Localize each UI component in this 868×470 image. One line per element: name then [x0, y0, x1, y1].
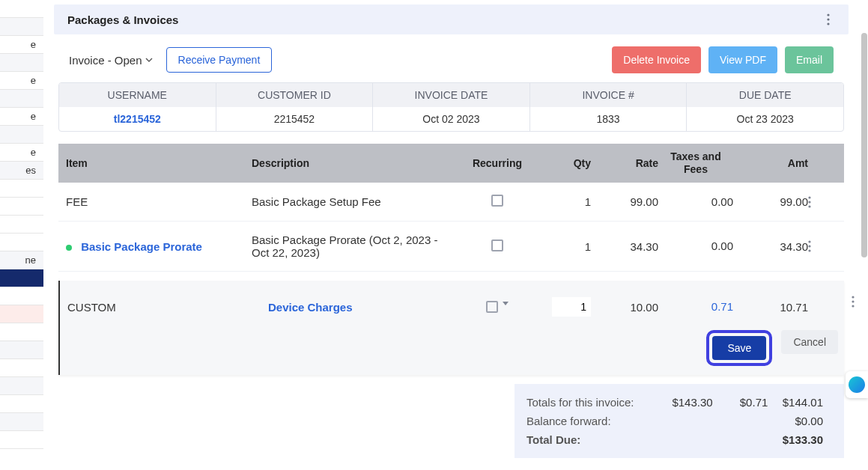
totals-label: Totals for this invoice: [526, 396, 664, 409]
caret-down-icon[interactable] [503, 302, 509, 306]
left-strip-row[interactable] [0, 377, 43, 395]
view-pdf-button[interactable]: View PDF [708, 46, 777, 73]
edit-row-menu-icon[interactable] [852, 296, 855, 308]
item-qty: 1 [538, 195, 591, 208]
left-strip-row[interactable] [0, 395, 43, 413]
col-qty: Qty [538, 157, 591, 169]
section-menu-icon[interactable] [822, 13, 835, 26]
balance-forward-value: $0.00 [676, 415, 823, 427]
svg-point-0 [827, 13, 829, 16]
item-desc: Basic Package Prorate (Oct 2, 2023 - Oct… [252, 234, 456, 259]
left-strip-row[interactable]: ne [0, 251, 43, 269]
svg-point-7 [808, 245, 810, 247]
svg-point-5 [808, 205, 810, 207]
edit-amt: 10.71 [733, 301, 808, 314]
left-strip-row[interactable] [0, 323, 43, 341]
recurring-checkbox[interactable] [491, 195, 503, 207]
svg-point-4 [808, 201, 810, 203]
left-strip-row[interactable] [0, 54, 43, 72]
scrollbar-thumb[interactable] [861, 33, 867, 257]
col-desc: Description [252, 157, 456, 169]
help-icon [849, 376, 865, 393]
left-strip-row[interactable] [0, 341, 43, 359]
svg-point-6 [808, 240, 810, 242]
svg-point-8 [808, 249, 810, 251]
recurring-checkbox[interactable] [491, 239, 503, 251]
left-strip-row[interactable] [0, 216, 43, 234]
left-strip-row[interactable] [0, 287, 43, 305]
item-amt: 99.00 [733, 195, 808, 208]
help-fab[interactable] [846, 371, 868, 398]
email-button[interactable]: Email [785, 46, 834, 73]
section-header-packages: Packages & Invoices [54, 4, 849, 34]
col-amt: Amt [733, 157, 808, 169]
left-strip-row[interactable] [0, 18, 43, 36]
left-strip-row[interactable] [0, 413, 43, 431]
qty-input[interactable] [552, 297, 591, 317]
edit-desc-link[interactable]: Device Charges [268, 301, 353, 314]
svg-point-11 [852, 305, 854, 307]
section-title: Packages & Invoices [67, 13, 178, 26]
item-rate: 34.30 [591, 240, 658, 253]
totals-subtotal: $143.30 [664, 396, 712, 409]
caret-down-icon [145, 56, 153, 64]
row-menu-icon[interactable] [808, 240, 838, 252]
left-strip-row[interactable] [0, 90, 43, 108]
left-strip-row[interactable]: e [0, 36, 43, 54]
col-taxes-fees: Taxes and Fees [658, 150, 733, 176]
delete-invoice-button[interactable]: Delete Invoice [612, 46, 701, 73]
svg-point-10 [852, 300, 854, 302]
receive-payment-button[interactable]: Receive Payment [166, 47, 273, 73]
cancel-button[interactable]: Cancel [781, 330, 838, 354]
main-panel: Packages & Invoices Invoice - Open Recei… [43, 0, 859, 470]
svg-point-2 [827, 22, 829, 25]
left-strip-row[interactable]: e [0, 144, 43, 162]
left-strip-row[interactable] [0, 359, 43, 377]
item-tf: 0.00 [658, 195, 733, 209]
left-strip-row[interactable] [0, 431, 43, 449]
invoice-num-value: 1833 [530, 107, 688, 131]
left-strip-row[interactable] [0, 180, 43, 198]
line-item-row: FEE Basic Package Setup Fee 1 99.00 0.00… [58, 183, 844, 222]
left-strip-row[interactable]: e [0, 72, 43, 90]
left-strip-row[interactable] [0, 305, 43, 323]
item-qty: 1 [538, 240, 591, 253]
due-date-value: Oct 23 2023 [687, 107, 843, 131]
col-invoice-num: INVOICE # [530, 83, 688, 107]
status-label: Invoice - Open [69, 54, 142, 67]
line-item-row: Basic Package Prorate Basic Package Pror… [58, 222, 844, 272]
item-desc: Basic Package Setup Fee [252, 195, 456, 208]
left-strip-row[interactable] [0, 0, 43, 18]
col-invoice-date: INVOICE DATE [373, 83, 530, 107]
edit-tax-link[interactable]: 0.71 [711, 300, 733, 313]
balance-forward-label: Balance forward: [526, 415, 676, 427]
col-username: USERNAME [59, 83, 216, 107]
left-strip-row[interactable] [0, 198, 43, 216]
line-items-header: Item Description Recurring Qty Rate Taxe… [58, 144, 844, 183]
username-link[interactable]: tl2215452 [114, 113, 161, 125]
col-customer-id: CUSTOMER ID [216, 83, 374, 107]
save-button[interactable]: Save [712, 336, 766, 360]
invoice-info-table: USERNAME CUSTOMER ID INVOICE DATE INVOIC… [58, 82, 844, 132]
left-strip-row[interactable] [0, 126, 43, 144]
svg-point-9 [852, 296, 854, 298]
invoice-toolbar: Invoice - Open Receive Payment Delete In… [54, 34, 849, 82]
col-due-date: DUE DATE [687, 83, 843, 107]
col-item: Item [64, 157, 252, 169]
edit-rate: 10.00 [591, 301, 658, 314]
left-strip-row[interactable] [0, 269, 43, 287]
item-rate: 99.00 [591, 195, 658, 208]
left-strip-row[interactable]: e [0, 108, 43, 126]
edit-recurring-checkbox[interactable] [486, 301, 498, 313]
left-strip-row[interactable]: es [0, 162, 43, 180]
item-name-link[interactable]: Basic Package Prorate [81, 240, 202, 253]
line-items-table: Item Description Recurring Qty Rate Taxe… [58, 144, 844, 272]
invoice-status-dropdown[interactable]: Invoice - Open [69, 54, 153, 67]
total-due-label: Total Due: [526, 433, 676, 446]
total-due-value: $133.30 [676, 433, 823, 446]
row-menu-icon[interactable] [808, 196, 838, 208]
item-amt: 34.30 [733, 240, 808, 253]
left-strip-row[interactable] [0, 234, 43, 251]
left-sidebar-fragment: eeeeesne [0, 0, 43, 470]
col-rate: Rate [591, 157, 658, 169]
